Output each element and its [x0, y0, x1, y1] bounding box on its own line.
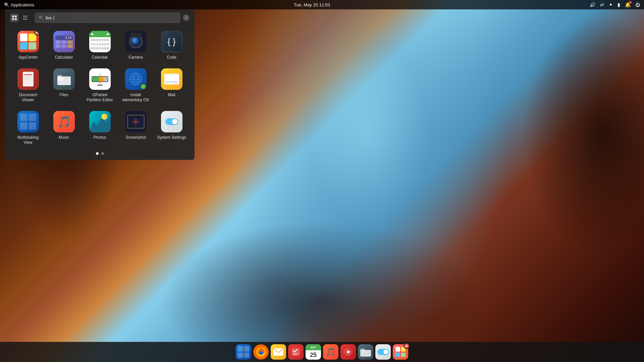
appcenter-dock-badge: 40 — [404, 343, 410, 349]
svg-rect-38 — [360, 349, 365, 351]
music-icon: 🎵 — [53, 111, 75, 132]
app-item-appcenter[interactable]: 40 AppCenter — [10, 27, 46, 64]
sysset-icon — [161, 111, 182, 132]
app-item-music[interactable]: 🎵 Music — [46, 107, 82, 149]
calculator-icon: 3.14 1 + - 2 × = — [53, 31, 75, 52]
svg-rect-4 — [23, 16, 28, 16]
install-download-badge: ↓ — [140, 83, 147, 90]
search-icon: 🔍 — [4, 2, 9, 7]
dock-item-videos[interactable] — [340, 344, 356, 360]
app-item-calculator[interactable]: 3.14 1 + - 2 × = Calculator — [46, 27, 82, 64]
mail-label: Mail — [168, 93, 175, 98]
install-icon: ↓ — [125, 68, 147, 90]
camera-lens — [130, 36, 142, 48]
app-launcher: 🔍 fire × 40 AppCenter 3.14 — [5, 9, 195, 160]
screenshot-label: Screenshot — [125, 135, 146, 140]
app-item-docviewer[interactable]: Document Viewer — [10, 64, 46, 107]
sysset-label: System Settings — [157, 135, 186, 140]
app-item-multitasking[interactable]: Multitasking View — [10, 107, 46, 149]
app-item-calendar[interactable]: SMTWTFS 123 45678910 Calendar — [82, 27, 118, 64]
search-clear-button[interactable]: × — [183, 14, 190, 21]
calculator-label: Calculator — [55, 55, 73, 60]
mail-envelope — [164, 74, 179, 84]
tab-grid-view[interactable] — [10, 13, 19, 22]
docviewer-label: Document Viewer — [13, 93, 43, 103]
appcenter-label: AppCenter — [18, 55, 38, 60]
docviewer-icon — [17, 68, 39, 90]
svg-rect-10 — [24, 78, 32, 78]
app-item-gparted[interactable]: GParted Partition Editor — [82, 64, 118, 107]
svg-rect-5 — [23, 17, 28, 18]
app-item-sysset[interactable]: System Settings — [154, 107, 190, 149]
calendar-label: Calendar — [92, 55, 108, 60]
gparted-label: GParted Partition Editor — [85, 93, 115, 103]
appcenter-icon: 40 — [17, 31, 39, 52]
search-box[interactable]: 🔍 fire — [35, 13, 180, 23]
photos-mountain — [89, 111, 111, 132]
svg-rect-13 — [57, 78, 63, 80]
dock-item-tasks[interactable] — [288, 344, 304, 360]
svg-rect-2 — [12, 18, 14, 20]
app-item-screenshot[interactable]: Screenshot — [118, 107, 154, 149]
svg-rect-6 — [23, 19, 28, 20]
multitasking-label: Multitasking View — [13, 135, 43, 145]
screenshot-crosshair — [128, 115, 144, 128]
svg-rect-0 — [12, 15, 14, 17]
applications-label[interactable]: Applications — [11, 2, 34, 7]
dock-item-music[interactable]: 🎵 — [323, 344, 338, 360]
mail-icon — [161, 68, 182, 90]
screenshot-screen — [127, 115, 145, 129]
code-icon: { } — [161, 31, 182, 52]
photos-icon — [89, 111, 111, 132]
svg-rect-18 — [103, 77, 108, 81]
power-icon[interactable]: ⏻ — [635, 2, 640, 7]
files-icon — [53, 68, 75, 90]
camera-icon — [125, 31, 147, 52]
dock-item-mail[interactable] — [271, 344, 286, 360]
calendar-icon: SMTWTFS 123 45678910 — [89, 31, 111, 52]
dock-item-files[interactable] — [358, 344, 373, 360]
dock-item-firefox[interactable] — [253, 344, 269, 360]
gparted-icon — [89, 68, 111, 90]
music-label: Music — [59, 135, 69, 140]
page-dots — [10, 152, 190, 155]
app-item-install[interactable]: ↓ Install elementary OS — [118, 64, 154, 107]
battery-icon[interactable]: ▮ — [618, 2, 620, 7]
svg-rect-9 — [24, 76, 31, 77]
app-item-files[interactable]: Files — [46, 64, 82, 107]
svg-rect-8 — [24, 74, 32, 75]
svg-rect-17 — [99, 77, 103, 81]
panel-left[interactable]: 🔍 Applications — [4, 2, 34, 7]
install-globe — [129, 73, 142, 85]
screenshot-icon — [125, 111, 147, 132]
notification-dot — [629, 1, 632, 4]
bluetooth-icon[interactable]: ✦ — [609, 2, 613, 7]
taskbar: MAY 25 🎵 40 — [0, 342, 644, 362]
launcher-tabs — [10, 13, 30, 22]
panel-right: 🔊 ⇄ ✦ ▮ 🔔 ⏻ — [590, 2, 640, 7]
dock-item-calendar[interactable]: MAY 25 — [306, 344, 321, 360]
page-dot-2[interactable] — [101, 152, 104, 155]
svg-rect-7 — [23, 72, 34, 86]
app-item-code[interactable]: { } Code — [154, 27, 190, 64]
dock-item-appcenter[interactable]: 40 — [393, 344, 408, 360]
display-switch-icon[interactable]: ⇄ — [600, 2, 604, 7]
dock-item-multitasking[interactable] — [236, 344, 251, 360]
svg-rect-16 — [92, 77, 99, 81]
photos-label: Photos — [94, 135, 106, 140]
notification-icon[interactable]: 🔔 — [625, 2, 631, 7]
svg-rect-14 — [57, 75, 62, 78]
page-dot-1[interactable] — [96, 152, 99, 155]
install-label: Install elementary OS — [121, 93, 151, 103]
app-item-camera[interactable]: Camera — [118, 27, 154, 64]
dock-item-sysset[interactable] — [375, 344, 391, 360]
volume-icon[interactable]: 🔊 — [590, 2, 595, 7]
app-item-mail[interactable]: Mail — [154, 64, 190, 107]
tab-list-view[interactable] — [21, 13, 30, 22]
apps-grid: 40 AppCenter 3.14 1 + - 2 × = — [10, 27, 190, 149]
svg-rect-3 — [15, 18, 17, 20]
launcher-header: 🔍 fire × — [10, 13, 190, 23]
app-item-photos[interactable]: Photos — [82, 107, 118, 149]
multitasking-icon — [17, 111, 39, 132]
sysset-toggle-knob — [172, 119, 177, 124]
